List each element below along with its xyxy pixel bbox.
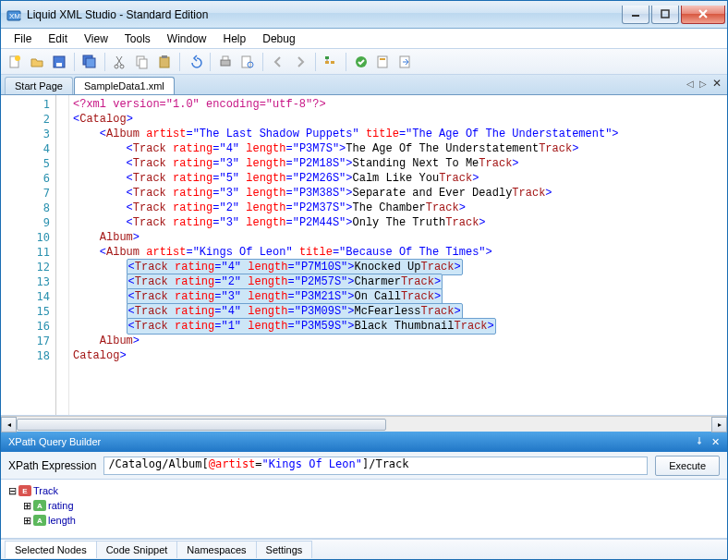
- bottom-tabs: Selected Nodes Code Snippet Namespaces S…: [1, 539, 727, 559]
- svg-text:XML: XML: [9, 12, 21, 20]
- tab-next-icon[interactable]: ▷: [699, 79, 707, 89]
- expand-icon[interactable]: ⊟: [8, 485, 17, 497]
- menubar: File Edit View Tools Window Help Debug: [1, 29, 727, 49]
- window-title: Liquid XML Studio - Standard Edition: [27, 8, 622, 21]
- svg-rect-24: [325, 56, 329, 59]
- panel-close-icon[interactable]: ✕: [711, 436, 720, 448]
- tab-start-page[interactable]: Start Page: [5, 77, 73, 94]
- copy-icon[interactable]: [132, 52, 152, 72]
- cut-icon[interactable]: [110, 52, 130, 72]
- tab-prev-icon[interactable]: ◁: [686, 79, 694, 89]
- paste-icon[interactable]: [154, 52, 175, 72]
- svg-rect-9: [56, 63, 62, 67]
- nav-forward-icon[interactable]: [290, 52, 310, 72]
- menu-view[interactable]: View: [77, 30, 115, 47]
- document-tabs: Start Page SampleData1.xml ◁ ▷ ✕: [1, 75, 727, 95]
- line-gutter: 1 2 3 4 5 6 7 8 9 10 11 12 13 14 15 16 1…: [1, 95, 56, 415]
- attribute-badge-icon: A: [33, 500, 46, 511]
- pin-icon[interactable]: [695, 436, 704, 448]
- svg-rect-17: [140, 59, 147, 68]
- print-icon[interactable]: [215, 52, 236, 72]
- close-button[interactable]: [681, 6, 725, 24]
- svg-rect-11: [86, 58, 95, 67]
- transform-icon[interactable]: [395, 52, 416, 72]
- tab-code-snippet[interactable]: Code Snippet: [96, 541, 178, 558]
- svg-point-7: [15, 55, 20, 61]
- svg-rect-18: [160, 57, 169, 67]
- svg-rect-20: [221, 60, 230, 66]
- element-badge-icon: E: [18, 485, 31, 496]
- nav-back-icon[interactable]: [268, 52, 288, 72]
- svg-rect-26: [331, 61, 334, 64]
- horizontal-scrollbar[interactable]: ◂ ▸: [1, 416, 727, 432]
- menu-window[interactable]: Window: [160, 30, 214, 47]
- scroll-right-icon[interactable]: ▸: [711, 417, 727, 432]
- menu-debug[interactable]: Debug: [255, 30, 302, 47]
- svg-rect-3: [661, 10, 669, 18]
- new-file-icon[interactable]: [5, 52, 25, 72]
- menu-tools[interactable]: Tools: [117, 30, 158, 47]
- svg-rect-21: [223, 56, 228, 60]
- save-icon[interactable]: [49, 52, 69, 72]
- svg-rect-19: [162, 55, 167, 58]
- expand-icon[interactable]: ⊞: [23, 500, 31, 512]
- scroll-thumb[interactable]: [17, 419, 386, 431]
- code-area[interactable]: <?xml version="1.0" encoding="utf-8"?><C…: [69, 95, 727, 415]
- tab-settings[interactable]: Settings: [256, 541, 313, 558]
- undo-icon[interactable]: [185, 52, 205, 72]
- save-all-icon[interactable]: [79, 52, 100, 72]
- svg-rect-25: [325, 61, 329, 64]
- tab-namespaces[interactable]: Namespaces: [176, 541, 256, 558]
- xpath-row: XPath Expression /Catalog/Album[@artist=…: [1, 452, 727, 480]
- app-icon: XML: [6, 7, 21, 22]
- xpath-input[interactable]: /Catalog/Album[@artist="Kings Of Leon"]/…: [103, 457, 648, 475]
- results-tree[interactable]: ⊟E Track ⊞A rating ⊞A length: [1, 480, 727, 539]
- svg-rect-29: [378, 56, 387, 67]
- schema-icon[interactable]: [373, 52, 394, 72]
- execute-button[interactable]: Execute: [655, 456, 720, 476]
- expand-icon[interactable]: ⊞: [23, 515, 31, 527]
- validate-ok-icon[interactable]: [351, 52, 371, 72]
- tab-selected-nodes[interactable]: Selected Nodes: [5, 541, 97, 558]
- open-folder-icon[interactable]: [27, 52, 47, 72]
- scroll-left-icon[interactable]: ◂: [1, 417, 17, 432]
- menu-edit[interactable]: Edit: [41, 30, 75, 47]
- tab-close-icon[interactable]: ✕: [712, 77, 722, 90]
- app-window: XML Liquid XML Studio - Standard Edition…: [0, 0, 728, 560]
- tree-node[interactable]: rating: [48, 500, 74, 511]
- xpath-panel-header: XPath Query Builder ✕: [1, 432, 727, 452]
- maximize-button[interactable]: [651, 6, 679, 24]
- minimize-button[interactable]: [622, 6, 649, 24]
- xpath-label: XPath Expression: [8, 459, 96, 472]
- toolbar: [1, 49, 727, 75]
- tab-sample-data[interactable]: SampleData1.xml: [74, 77, 175, 94]
- menu-help[interactable]: Help: [216, 30, 254, 47]
- titlebar: XML Liquid XML Studio - Standard Edition: [1, 1, 727, 29]
- svg-rect-30: [380, 58, 385, 60]
- print-preview-icon[interactable]: [237, 52, 258, 72]
- tree-node[interactable]: Track: [33, 485, 58, 496]
- menu-file[interactable]: File: [6, 30, 39, 47]
- window-buttons: [622, 6, 725, 24]
- code-editor[interactable]: 1 2 3 4 5 6 7 8 9 10 11 12 13 14 15 16 1…: [1, 95, 727, 416]
- attribute-badge-icon: A: [33, 515, 46, 526]
- xpath-panel-title: XPath Query Builder: [8, 436, 101, 447]
- tree-icon[interactable]: [321, 52, 341, 72]
- tree-node[interactable]: length: [48, 515, 76, 526]
